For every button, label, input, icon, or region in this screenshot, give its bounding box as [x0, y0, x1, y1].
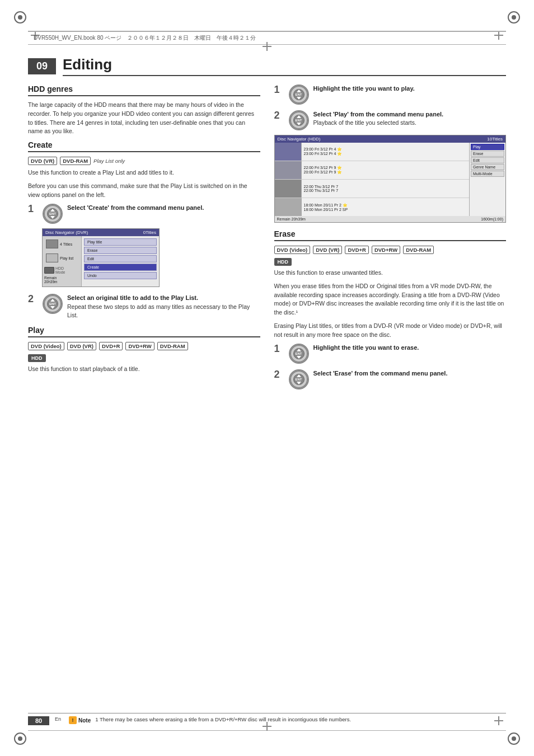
hdd-genres-body: The large capacity of the HDD means that… [28, 101, 260, 136]
create-step1-number: 1 [28, 204, 38, 214]
create-tag-dvdvr: DVD (VR) [28, 157, 57, 165]
erase-tag-dvdram: DVD-RAM [403, 246, 434, 254]
play-tag-dvdvideo: DVD (Video) [28, 342, 64, 350]
corner-mark-tr [508, 11, 520, 24]
play-step2-btn-icon: ENT [289, 110, 309, 130]
erase-hdd-tag: HDD [274, 258, 292, 266]
lang-label: En [55, 716, 61, 722]
create-step2-text: Select an original title to add to the P… [67, 294, 260, 302]
erase-step2-number: 2 [274, 369, 284, 379]
note-text: 1 There may be cases where erasing a tit… [95, 716, 351, 722]
erase-tag-dvdplusr: DVD+R [345, 246, 368, 254]
note-label-row: ! Note [69, 716, 91, 724]
play-step2-text: Select 'Play' from the command menu pane… [313, 110, 507, 119]
create-screen-content: 4 Titles Play list HDDMode Remain20h39m [43, 236, 159, 287]
create-step2-number: 2 [28, 294, 38, 304]
erase-tag-dvdvr: DVD (VR) [313, 246, 342, 254]
play-tag-dvdvr: DVD (VR) [67, 342, 96, 350]
left-column: HDD genres The large capacity of the HDD… [28, 84, 260, 394]
erase-step1-number: 1 [274, 344, 284, 354]
create-screen-sidebar: 4 Titles Play list HDDMode Remain20h39m [43, 236, 82, 287]
corner-mark-br [508, 732, 520, 745]
erase-step2-btn-icon: ENT [289, 369, 309, 389]
play-screen-titlebar: Disc Navigator (HDD) 10Titles [275, 135, 506, 143]
note-label: Note [78, 717, 91, 724]
create-screen-title: Disc Navigator (DVR) 0Titles [43, 229, 159, 236]
erase-step1: 1 ENT Highlight the title you want [274, 344, 507, 364]
corner-mark-bl [14, 732, 26, 745]
play-tag-dvdplusr: DVD+R [99, 342, 123, 350]
play-screen: Disc Navigator (HDD) 10Titles 23:00 Fri … [274, 135, 507, 223]
create-step2: 2 ENT Select an original title to a [28, 294, 260, 320]
page-number: 80 [28, 716, 49, 725]
play-tag-dvdplusrw: DVD+RW [125, 342, 154, 350]
play-tag-dvdram: DVD-RAM [157, 342, 188, 350]
erase-tag-dvdplusrw: DVD+RW [372, 246, 400, 254]
erase-step1-btn-icon: ENT [289, 344, 309, 364]
chapter-title: Editing [63, 56, 506, 76]
chapter-heading: 09 Editing [28, 56, 506, 76]
play-section: Play DVD (Video) DVD (VR) DVD+R DVD+RW D… [28, 326, 260, 374]
play-step1-btn-icon: ENT [289, 84, 309, 105]
play-disc-tags: DVD (Video) DVD (VR) DVD+R DVD+RW DVD-RA… [28, 342, 260, 350]
erase-disc-tags: DVD (Video) DVD (VR) DVD+R DVD+RW DVD-RA… [274, 246, 507, 254]
create-section: Create DVD (VR) DVD-RAM Play List only U… [28, 140, 260, 320]
erase-step2: 2 ENT Select 'Erase' from the comma [274, 369, 507, 389]
create-body1: Use this function to create a Play List … [28, 168, 260, 177]
erase-step1-text: Highlight the title you want to erase. [313, 344, 507, 352]
play-hdd-tag: HDD [28, 354, 46, 362]
play-step1-number: 1 [274, 84, 284, 95]
note-icon: ! [69, 716, 77, 724]
create-screen: Disc Navigator (DVR) 0Titles 4 Titles Pl… [42, 228, 160, 287]
content-area: HDD genres The large capacity of the HDD… [28, 84, 506, 394]
chapter-number: 09 [28, 58, 56, 74]
play-heading: Play [28, 326, 260, 337]
erase-tag-dvdvideo: DVD (Video) [274, 246, 311, 254]
play-screen-row: 18:00 Mon 20/11 Pr 2 ⭐ 18:00 Mon 20/11 P… [275, 198, 470, 216]
create-step2-subtext: Repeat these two steps to add as many ti… [67, 303, 260, 321]
play-step1: 1 ENT Highlight the title you want [274, 84, 507, 105]
crosshair-bottom-center [263, 722, 271, 731]
create-disc-tags: DVD (VR) DVD-RAM Play List only [28, 157, 260, 165]
create-screen-main: Play title Erase Edit Create Undo [82, 236, 159, 287]
play-screen-menu: Play Erase Edit Genre Name Multi-Mode [469, 143, 505, 216]
play-screen-rows: 23:00 Fri 3/12 Pr 4 ⭐ 23:00 Fri 3/12 Pr … [275, 143, 470, 216]
crosshair-top-center [263, 42, 271, 51]
play-step1-text: Highlight the title you want to play. [313, 84, 507, 93]
create-tag-italic: Play List only [93, 158, 125, 164]
hdd-genres-heading: HDD genres [28, 84, 260, 96]
erase-body3: Erasing Play List titles, or titles from… [274, 322, 507, 340]
play-step2-number: 2 [274, 110, 284, 120]
right-column: 1 ENT Highlight the title you want [274, 84, 507, 394]
play-screen-footer: Remain 20h39m 1600m(1:00) [275, 216, 506, 222]
corner-mark-tl [14, 11, 26, 24]
play-step2-subtext: Playback of the title you selected start… [313, 119, 507, 128]
play-body: Use this function to start playback of a… [28, 365, 260, 374]
erase-body1: Use this function to erase unwanted titl… [274, 269, 507, 278]
erase-step2-text: Select 'Erase' from the command menu pan… [313, 369, 507, 378]
create-body2: Before you can use this command, make su… [28, 182, 260, 200]
play-step2: 2 ENT Select 'Play' from the comman [274, 110, 507, 130]
create-heading: Create [28, 140, 260, 152]
create-step1: 1 ENT Select 'Create' from the comm [28, 204, 260, 224]
play-screen-row: 22:00 Thu 3/12 Pr 7 22:00 Thu 3/12 Pr 7 [275, 180, 470, 198]
create-tag-dvdram: DVD-RAM [60, 157, 91, 165]
erase-heading: Erase [274, 229, 507, 241]
play-screen-row: 22:00 Fri 3/12 Pr 9 ⭐ 20:00 Fri 3/12 Pr … [275, 161, 470, 180]
create-step1-text: Select 'Create' from the command menu pa… [67, 204, 260, 212]
erase-body2: When you erase titles from the HDD or Or… [274, 282, 507, 317]
erase-section: Erase DVD (Video) DVD (VR) DVD+R DVD+RW … [274, 229, 507, 389]
create-step2-btn-icon: ENT [43, 294, 63, 314]
header-text: DVR550H_WV_EN.book 80 ページ ２００６年１２月２８日 木曜… [34, 34, 256, 42]
create-step1-btn-icon: ENT [43, 204, 63, 224]
play-screen-row: 23:00 Fri 3/12 Pr 4 ⭐ 23:00 Fri 3/12 Pr … [275, 143, 470, 161]
hdd-genres-section: HDD genres The large capacity of the HDD… [28, 84, 260, 136]
